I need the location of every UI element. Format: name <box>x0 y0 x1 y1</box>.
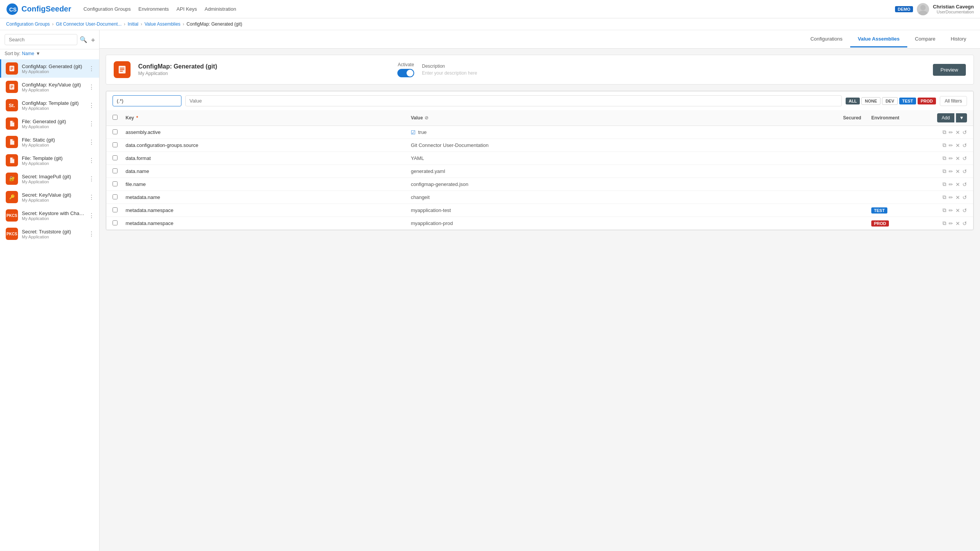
edit-icon[interactable]: ✏ <box>949 181 953 187</box>
tab-bar: Configurations Value Assemblies Compare … <box>100 30 980 49</box>
copy-icon[interactable]: ⧉ <box>942 207 946 214</box>
row-select-checkbox[interactable] <box>113 194 118 199</box>
item-icon-configmap-kv <box>6 81 18 93</box>
copy-icon[interactable]: ⧉ <box>942 129 946 135</box>
add-button[interactable]: Add <box>937 113 954 122</box>
list-item[interactable]: PKCS Secret: Truststore (git) My Applica… <box>0 225 99 243</box>
breadcrumb-git-connector[interactable]: Git Connector User-Document... <box>56 21 121 27</box>
edit-icon[interactable]: ✏ <box>949 168 953 174</box>
tab-compare[interactable]: Compare <box>907 31 943 47</box>
item-menu-icon[interactable]: ⋮ <box>88 212 95 219</box>
history-icon[interactable]: ↺ <box>962 220 967 227</box>
preview-button[interactable]: Preview <box>933 64 966 76</box>
item-menu-icon[interactable]: ⋮ <box>88 194 95 201</box>
list-item[interactable]: 🔐 Secret: ImagePull (git) My Application… <box>0 170 99 188</box>
item-menu-icon[interactable]: ⋮ <box>88 157 95 164</box>
history-icon[interactable]: ↺ <box>962 155 967 161</box>
filter-tag-none[interactable]: NONE <box>861 97 880 105</box>
history-icon[interactable]: ↺ <box>962 142 967 148</box>
search-input[interactable] <box>5 34 77 45</box>
edit-icon[interactable]: ✏ <box>949 142 953 148</box>
breadcrumb-value-assemblies[interactable]: Value Assemblies <box>145 21 181 27</box>
item-text: File: Static (git) My Application <box>22 137 85 147</box>
tab-value-assemblies[interactable]: Value Assemblies <box>850 31 907 47</box>
item-menu-icon[interactable]: ⋮ <box>88 230 95 238</box>
copy-icon[interactable]: ⧉ <box>942 194 946 201</box>
item-menu-icon[interactable]: ⋮ <box>88 65 95 72</box>
row-select-checkbox[interactable] <box>113 207 118 212</box>
add-dropdown-button[interactable]: ▼ <box>956 113 967 122</box>
history-icon[interactable]: ↺ <box>962 181 967 187</box>
history-icon[interactable]: ↺ <box>962 129 967 135</box>
history-icon[interactable]: ↺ <box>962 194 967 201</box>
tab-history[interactable]: History <box>943 31 974 47</box>
row-select-checkbox[interactable] <box>113 181 118 186</box>
delete-icon[interactable]: ✕ <box>956 168 960 174</box>
row-select-checkbox[interactable] <box>113 155 118 160</box>
sort-field[interactable]: Name <box>22 51 34 56</box>
item-menu-icon[interactable]: ⋮ <box>88 120 95 127</box>
breadcrumb-initial[interactable]: Initial <box>127 21 138 27</box>
select-all-checkbox[interactable] <box>113 115 118 120</box>
all-filters-button[interactable]: All filters <box>940 96 967 106</box>
copy-icon[interactable]: ⧉ <box>942 181 946 187</box>
edit-icon[interactable]: ✏ <box>949 207 953 214</box>
nav-link-administration[interactable]: Administration <box>205 6 236 12</box>
user-subdomain: UserDocumentation <box>933 10 974 14</box>
list-item[interactable]: 🔑 Secret: Key/Value (git) My Application… <box>0 188 99 206</box>
row-actions: ⧉ ✏ ✕ ↺ <box>921 194 967 201</box>
list-item[interactable]: File: Template (git) My Application ⋮ <box>0 151 99 170</box>
item-text: Secret: Key/Value (git) My Application <box>22 192 85 202</box>
delete-icon[interactable]: ✕ <box>956 129 960 135</box>
edit-icon[interactable]: ✏ <box>949 129 953 135</box>
list-item[interactable]: ConfigMap: Key/Value (git) My Applicatio… <box>0 78 99 96</box>
add-item-button[interactable]: ＋ <box>90 35 96 44</box>
filter-tag-dev[interactable]: DEV <box>882 97 898 105</box>
key-filter-input[interactable] <box>113 95 181 106</box>
list-item[interactable]: St. ConfigMap: Template (git) My Applica… <box>0 96 99 114</box>
nav-link-environments[interactable]: Environments <box>139 6 169 12</box>
delete-icon[interactable]: ✕ <box>956 155 960 161</box>
list-item[interactable]: File: Generated (git) My Application ⋮ <box>0 114 99 133</box>
filter-tag-all[interactable]: ALL <box>846 98 860 104</box>
item-menu-icon[interactable]: ⋮ <box>88 102 95 109</box>
breadcrumb-config-groups[interactable]: Configuration Groups <box>6 21 50 27</box>
delete-icon[interactable]: ✕ <box>956 181 960 187</box>
row-select-checkbox[interactable] <box>113 142 118 147</box>
col-key-label: Key <box>126 115 134 121</box>
sidebar-search-bar: 🔍 ＋ <box>0 30 99 49</box>
value-filter-input[interactable] <box>185 95 842 106</box>
item-menu-icon[interactable]: ⋮ <box>88 175 95 183</box>
activate-toggle[interactable] <box>397 69 414 77</box>
copy-icon[interactable]: ⧉ <box>942 142 946 148</box>
history-icon[interactable]: ↺ <box>962 207 967 214</box>
filter-tag-prod[interactable]: PROD <box>918 98 936 104</box>
copy-icon[interactable]: ⧉ <box>942 155 946 161</box>
filter-tag-test[interactable]: TEST <box>899 98 916 104</box>
copy-icon[interactable]: ⧉ <box>942 220 946 227</box>
item-title: File: Static (git) <box>22 137 85 143</box>
nav-link-api-keys[interactable]: API Keys <box>176 6 197 12</box>
row-select-checkbox[interactable] <box>113 129 118 134</box>
copy-icon[interactable]: ⧉ <box>942 168 946 174</box>
search-button[interactable]: 🔍 <box>80 36 87 43</box>
tab-configurations[interactable]: Configurations <box>803 31 850 47</box>
delete-icon[interactable]: ✕ <box>956 207 960 214</box>
item-menu-icon[interactable]: ⋮ <box>88 139 95 146</box>
delete-icon[interactable]: ✕ <box>956 220 960 227</box>
list-item[interactable]: ConfigMap: Generated (git) My Applicatio… <box>0 59 99 78</box>
delete-icon[interactable]: ✕ <box>956 142 960 148</box>
edit-icon[interactable]: ✏ <box>949 155 953 161</box>
column-actions: Add ▼ <box>921 113 967 122</box>
value-filter-icon[interactable]: ⊘ <box>425 115 428 121</box>
history-icon[interactable]: ↺ <box>962 168 967 174</box>
row-select-checkbox[interactable] <box>113 168 118 173</box>
nav-link-config-groups[interactable]: Configuration Groups <box>83 6 131 12</box>
list-item[interactable]: File: Static (git) My Application ⋮ <box>0 133 99 151</box>
edit-icon[interactable]: ✏ <box>949 220 953 227</box>
list-item[interactable]: PKCS Secret: Keystore with Chain (git) M… <box>0 206 99 225</box>
row-select-checkbox[interactable] <box>113 220 118 225</box>
item-menu-icon[interactable]: ⋮ <box>88 83 95 91</box>
delete-icon[interactable]: ✕ <box>956 194 960 201</box>
edit-icon[interactable]: ✏ <box>949 194 953 201</box>
